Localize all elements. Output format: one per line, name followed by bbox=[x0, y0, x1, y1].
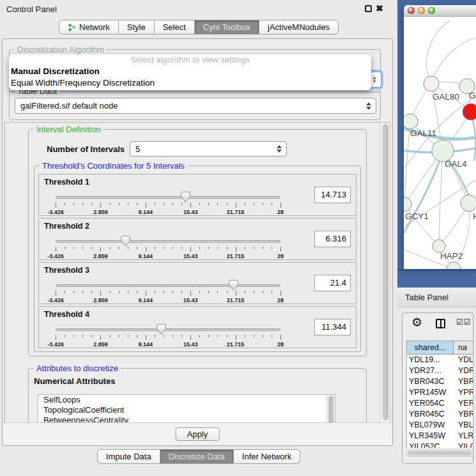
threshold-slider[interactable]: -3.4262.8599.14415.4321.71528 bbox=[56, 190, 280, 216]
mac-zoom-button[interactable] bbox=[428, 7, 435, 14]
slider-handle[interactable] bbox=[181, 192, 190, 203]
slider-handle[interactable] bbox=[229, 280, 238, 291]
cell-shared-name[interactable]: YBR045C bbox=[407, 409, 454, 420]
scrollbar-thumb[interactable] bbox=[328, 396, 334, 424]
scrollbar-thumb[interactable] bbox=[408, 451, 472, 456]
mac-close-button[interactable] bbox=[408, 7, 415, 14]
slider-tick bbox=[73, 203, 74, 205]
cell-name[interactable]: YBL0 bbox=[454, 420, 473, 431]
table-row[interactable]: YDL19...YDL1 bbox=[407, 355, 473, 365]
attributes-list-scrollbar[interactable] bbox=[326, 395, 335, 424]
cell-name[interactable]: YDR2 bbox=[454, 365, 473, 376]
threshold-slider[interactable]: -3.4262.8599.14415.4321.71528 bbox=[56, 234, 280, 260]
slider-handle[interactable] bbox=[121, 236, 130, 247]
attribute-list-item[interactable]: SelfLoops bbox=[38, 395, 335, 405]
attribute-list-item[interactable]: TopologicalCoefficient bbox=[38, 405, 335, 415]
table-row[interactable]: YDR27...YDR2 bbox=[407, 365, 473, 376]
cell-name[interactable]: YPR1 bbox=[454, 387, 473, 398]
split-columns-icon[interactable] bbox=[436, 319, 445, 328]
slider-track[interactable] bbox=[56, 328, 280, 331]
tab-impute-data[interactable]: Impute Data bbox=[97, 449, 160, 464]
float-window-icon[interactable] bbox=[365, 5, 372, 12]
table-row[interactable]: YBR045CYBR0 bbox=[407, 409, 473, 420]
tab-cyni-toolbox[interactable]: Cyni Toolbox bbox=[195, 20, 259, 35]
threshold-value-field[interactable]: 14.713 bbox=[314, 187, 351, 203]
network-node-gal11-node[interactable] bbox=[404, 114, 418, 129]
tab-jactivemnodules[interactable]: jActiveMNodules bbox=[259, 20, 339, 35]
algorithm-popup-item[interactable]: Equal Width/Frequency Discretization bbox=[9, 77, 371, 89]
network-edge-highlighted[interactable] bbox=[404, 151, 443, 238]
threshold-value-field[interactable]: 11.344 bbox=[314, 319, 351, 335]
threshold-value-field[interactable]: 21.4 bbox=[314, 275, 351, 291]
column-header-shared-name[interactable]: shared... bbox=[407, 341, 454, 355]
threshold-value-field[interactable]: 6.316 bbox=[314, 231, 351, 247]
network-node-selected-red-node[interactable] bbox=[463, 104, 476, 120]
cell-shared-name[interactable]: YER054C bbox=[407, 398, 454, 409]
network-edge[interactable] bbox=[427, 20, 450, 84]
cell-name[interactable]: YER0 bbox=[454, 398, 473, 409]
cell-shared-name[interactable]: YDR27... bbox=[407, 365, 454, 376]
slider-tick bbox=[272, 247, 272, 249]
tab-discretize-data[interactable]: Discretize Data bbox=[160, 449, 234, 464]
numerical-attributes-list[interactable]: SelfLoopsTopologicalCoefficientBetweenne… bbox=[38, 394, 335, 424]
apply-button[interactable]: Apply bbox=[176, 427, 220, 441]
table-data-combobox[interactable]: galFiltered.sif default node bbox=[15, 98, 376, 114]
network-node-hap2-node[interactable] bbox=[433, 240, 445, 252]
threshold-slider[interactable]: -3.4262.8599.14415.4321.71528 bbox=[56, 279, 280, 304]
settings-vertical-scrollbar[interactable] bbox=[380, 123, 390, 423]
slider-handle[interactable] bbox=[157, 324, 166, 335]
column-header-name[interactable]: na bbox=[454, 341, 473, 355]
network-edge[interactable] bbox=[404, 121, 410, 204]
tab-infer-network[interactable]: Infer Network bbox=[234, 449, 300, 464]
cell-name[interactable]: YLR3 bbox=[454, 431, 473, 441]
table-row[interactable]: YER054CYER0 bbox=[407, 398, 473, 409]
slider-track[interactable] bbox=[56, 196, 280, 199]
algorithm-popup-item[interactable]: Manual Discretization bbox=[9, 66, 371, 77]
tab-network[interactable]: Network bbox=[59, 20, 119, 35]
network-node-gal4-node[interactable] bbox=[432, 140, 454, 162]
table-row[interactable]: YBR043CYBR0 bbox=[407, 376, 473, 387]
table-horizontal-scrollbar[interactable] bbox=[406, 450, 473, 457]
table-row[interactable]: YIL052CYIL0 bbox=[407, 441, 473, 448]
tab-style[interactable]: Style bbox=[119, 20, 155, 35]
network-graph-canvas[interactable]: GAL80GAGAL11GAL4GCY1HHAP2 bbox=[404, 17, 476, 269]
cell-shared-name[interactable]: YBL079W bbox=[407, 420, 454, 431]
slider-tick bbox=[56, 291, 56, 296]
select-columns-icon[interactable]: ☑☑ bbox=[456, 318, 472, 326]
network-node-right-h-node[interactable] bbox=[461, 195, 476, 211]
network-node-bottom-node[interactable] bbox=[447, 262, 461, 269]
slider-tick bbox=[208, 203, 209, 205]
threshold-slider[interactable]: -3.4262.8599.14415.4321.71528 bbox=[56, 323, 280, 348]
network-node-gcy1-node[interactable] bbox=[404, 197, 411, 211]
table-row[interactable]: YLR345WYLR3 bbox=[407, 431, 473, 441]
network-view-window[interactable]: GAL80GAGAL11GAL4GCY1HHAP2 bbox=[404, 5, 476, 269]
number-of-intervals-combobox[interactable]: 5 bbox=[130, 141, 287, 157]
cell-shared-name[interactable]: YLR345W bbox=[407, 431, 454, 441]
cell-name[interactable]: YDL1 bbox=[454, 355, 473, 365]
table-row[interactable]: YBL079WYBL0 bbox=[407, 420, 473, 431]
network-edge[interactable] bbox=[431, 38, 476, 84]
cell-shared-name[interactable]: YBR043C bbox=[407, 376, 454, 387]
cell-name[interactable]: YIL0 bbox=[454, 441, 473, 448]
slider-tick bbox=[146, 247, 146, 252]
network-window-titlebar[interactable] bbox=[404, 5, 476, 17]
mac-minimize-button[interactable] bbox=[418, 7, 425, 14]
slider-tick bbox=[272, 335, 272, 337]
node-attribute-table[interactable]: shared... na YDL19...YDL1YDR27...YDR2YBR… bbox=[406, 341, 473, 448]
slider-tick bbox=[128, 247, 128, 249]
network-node-gal80-neighbor[interactable] bbox=[424, 76, 439, 91]
cell-shared-name[interactable]: YDL19... bbox=[407, 355, 454, 365]
table-settings-gear-icon[interactable]: ⚙ bbox=[411, 315, 422, 330]
network-edge[interactable] bbox=[404, 204, 439, 246]
cell-name[interactable]: YBR0 bbox=[454, 409, 473, 420]
slider-track[interactable] bbox=[56, 284, 280, 287]
scrollbar-thumb[interactable] bbox=[382, 124, 388, 420]
tab-select[interactable]: Select bbox=[155, 20, 195, 35]
table-row[interactable]: YPR145WYPR1 bbox=[407, 387, 473, 398]
slider-track[interactable] bbox=[56, 240, 280, 243]
cell-shared-name[interactable]: YPR145W bbox=[407, 387, 454, 398]
close-icon[interactable]: ✖ bbox=[376, 3, 383, 13]
cell-name[interactable]: YBR0 bbox=[454, 376, 473, 387]
network-edge[interactable] bbox=[439, 151, 443, 246]
cell-shared-name[interactable]: YIL052C bbox=[407, 441, 454, 448]
